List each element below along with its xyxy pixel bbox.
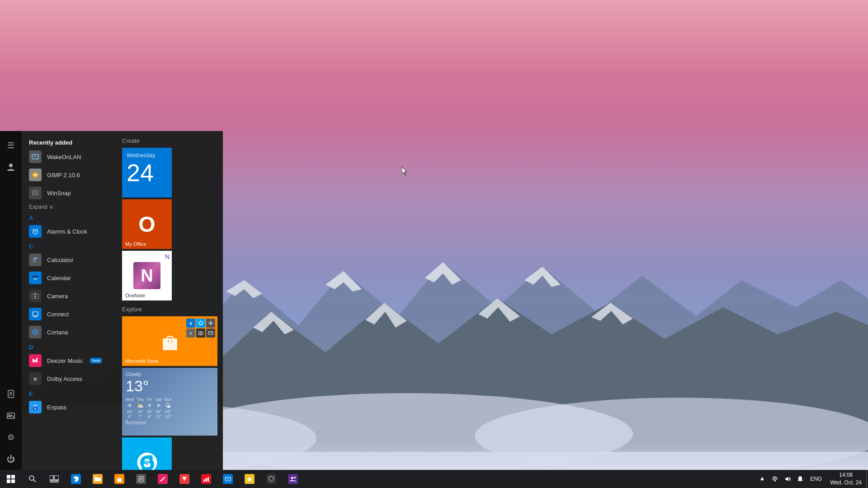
svg-point-53 xyxy=(200,333,202,334)
forecast-fri: Fri☀19°9° xyxy=(146,397,153,419)
svg-rect-24 xyxy=(33,261,35,262)
app-dolby[interactable]: D Dolby Access xyxy=(22,370,117,388)
connect-label: Connect xyxy=(47,311,69,318)
start-app-list: Recently added WakeOnLAN GIMP 2.10.6 xyxy=(22,131,117,470)
taskbar-app-paint[interactable] xyxy=(152,470,174,488)
taskbar-edge[interactable] xyxy=(65,470,87,488)
store-tile-label: Microsoft Store xyxy=(125,358,159,364)
svg-point-50 xyxy=(210,322,212,324)
new-badge: New xyxy=(90,358,102,363)
taskbar-app-files[interactable] xyxy=(130,470,152,488)
search-button[interactable] xyxy=(22,470,43,488)
security-icon xyxy=(266,474,276,484)
app-camera[interactable]: Camera xyxy=(22,287,117,305)
sidebar-hamburger-icon[interactable]: ☰ xyxy=(0,135,22,156)
taskbar-app-vivaldi[interactable] xyxy=(174,470,195,488)
tray-volume-icon[interactable] xyxy=(781,470,794,488)
sidebar-power-icon[interactable]: ⏻ xyxy=(0,448,22,470)
svg-text:e: e xyxy=(189,321,192,326)
sidebar-document-icon[interactable] xyxy=(0,383,22,405)
edge-logo xyxy=(72,475,80,483)
star-icon xyxy=(246,476,253,482)
letter-a: A xyxy=(22,212,117,222)
taskbar-app-yellow[interactable] xyxy=(239,470,260,488)
expand-chevron-icon: ∨ xyxy=(49,204,53,210)
mail-icon xyxy=(223,474,233,484)
yellow-app-icon xyxy=(245,474,255,484)
folder-icon xyxy=(94,475,101,483)
taskbar-app-stats[interactable] xyxy=(195,470,217,488)
task-view-icon xyxy=(50,475,59,483)
svg-rect-90 xyxy=(774,477,776,478)
winsnap-label: WinSnap xyxy=(47,190,71,197)
alarms-icon xyxy=(29,225,42,238)
app-connect[interactable]: Connect xyxy=(22,305,117,323)
shield-icon xyxy=(268,476,274,482)
svg-point-32 xyxy=(35,296,36,297)
start-sidebar: ☰ ⚙ ⏻ xyxy=(0,131,22,470)
tile-microsoft-store[interactable]: e # xyxy=(122,316,217,366)
language-indicator[interactable]: ENG xyxy=(807,476,826,482)
svg-rect-54 xyxy=(208,332,213,334)
weather-city: Bucharest xyxy=(126,420,146,425)
expand-button[interactable]: Expand ∨ xyxy=(22,202,117,212)
app-wakeonlan[interactable]: WakeOnLAN xyxy=(22,148,117,166)
bag-icon xyxy=(116,476,123,482)
app-deezer[interactable]: Deezer Music New xyxy=(22,352,117,370)
recently-added-label: Recently added xyxy=(22,136,117,148)
taskbar-app-mail[interactable] xyxy=(217,470,239,488)
tile-my-office[interactable]: O My Office xyxy=(122,199,172,249)
tray-notification-icon[interactable] xyxy=(794,470,807,488)
svg-point-86 xyxy=(291,477,293,479)
onenote-tile-label: OneNote xyxy=(125,293,145,298)
svg-rect-23 xyxy=(36,260,38,261)
tray-network-icon[interactable] xyxy=(769,470,781,488)
start-button[interactable] xyxy=(0,470,22,488)
language-text: ENG xyxy=(810,476,822,482)
svg-line-69 xyxy=(33,480,36,482)
forecast-wed: Wed☀18°4° xyxy=(126,397,134,419)
onenote-badge: N xyxy=(165,253,170,260)
task-view-button[interactable] xyxy=(43,470,65,488)
cortana-label: Cortana xyxy=(47,329,68,336)
camera-label: Camera xyxy=(47,293,68,300)
app-alarms-clock[interactable]: Alarms & Clock xyxy=(22,222,117,240)
svg-point-49 xyxy=(199,321,203,325)
create-section-label: Create xyxy=(122,137,217,144)
app-enpass[interactable]: Enpass xyxy=(22,398,117,416)
sidebar-photos-icon[interactable] xyxy=(0,405,22,427)
sidebar-user-icon[interactable] xyxy=(0,156,22,178)
svg-rect-25 xyxy=(35,261,36,262)
chevron-up-icon xyxy=(760,476,764,482)
svg-rect-33 xyxy=(33,312,38,316)
tile-onenote[interactable]: N OneNote N xyxy=(122,251,172,300)
app-winsnap[interactable]: WinSnap xyxy=(22,184,117,202)
taskbar-file-explorer[interactable] xyxy=(87,470,108,488)
svg-rect-83 xyxy=(208,477,209,482)
app-calculator[interactable]: Calculator xyxy=(22,251,117,269)
taskbar-right: ENG 14:08 Wed, Oct, 24 xyxy=(756,470,868,488)
hidden-icons-button[interactable] xyxy=(756,470,769,488)
volume-icon xyxy=(784,476,791,482)
tile-calendar[interactable]: Wednesday 24 xyxy=(122,148,172,197)
sidebar-settings-icon[interactable]: ⚙ xyxy=(0,427,22,448)
clock-date: Wed, Oct, 24 xyxy=(830,479,862,487)
taskbar-app-users[interactable] xyxy=(282,470,304,488)
tile-skype[interactable]: Skype xyxy=(122,437,172,470)
tile-weather[interactable]: Cloudy 13° Wed☀18°4° Thu⛅14°7° Fri☀19°9°… xyxy=(122,368,217,436)
svg-rect-66 xyxy=(7,479,10,483)
svg-rect-71 xyxy=(54,475,59,480)
enpass-label: Enpass xyxy=(47,404,66,411)
skype-logo xyxy=(135,450,160,470)
svg-rect-41 xyxy=(34,360,36,362)
clock-area[interactable]: 14:08 Wed, Oct, 24 xyxy=(826,470,866,488)
connect-icon xyxy=(29,308,42,320)
show-desktop-button[interactable] xyxy=(866,470,868,488)
calendar-date: 24 xyxy=(127,160,154,186)
app-cortana[interactable]: Cortana xyxy=(22,323,117,341)
taskbar-app-security[interactable] xyxy=(260,470,282,488)
app-gimp[interactable]: GIMP 2.10.6 xyxy=(22,166,117,184)
app-calendar[interactable]: 24 Calendar xyxy=(22,269,117,287)
taskbar-store[interactable] xyxy=(108,470,130,488)
explore-tiles-grid: e # xyxy=(122,316,217,470)
